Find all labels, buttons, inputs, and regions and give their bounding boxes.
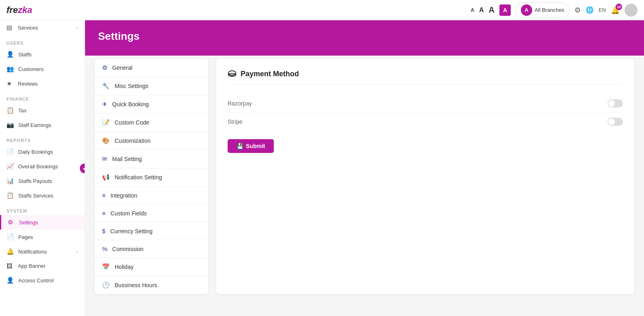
menu-item-custom-fields[interactable]: ≡ Custom Fields	[95, 204, 208, 222]
settings-icon[interactable]: ⚙	[574, 6, 581, 15]
page-title: Settings	[98, 30, 631, 43]
sidebar-label-staffs: Staffs	[18, 52, 32, 58]
notification-setting-icon: 📢	[102, 174, 110, 181]
menu-item-integration[interactable]: ≡ Integration	[95, 187, 208, 204]
menu-item-notification-setting[interactable]: 📢 Notification Setting	[95, 168, 208, 187]
menu-item-quick-booking[interactable]: ✈ Quick Booking	[95, 95, 208, 114]
menu-item-business-hours[interactable]: 🕐 Bussiness Hours	[95, 276, 208, 294]
content-area: Settings ⚙ General 🔧 Misc Settings ✈ Qui…	[85, 20, 644, 316]
services-icon: ▤	[6, 24, 14, 31]
sidebar-item-tax[interactable]: 📋 Tax	[0, 103, 85, 118]
staffs-services-icon: 📋	[6, 192, 14, 199]
payment-method-icon	[228, 69, 237, 80]
menu-item-holiday[interactable]: 📅 Holiday	[95, 258, 208, 276]
menu-label-notification-setting: Notification Setting	[115, 174, 162, 181]
sidebar-item-settings[interactable]: ⚙ Settings	[0, 215, 85, 230]
sidebar-item-customers[interactable]: 👥 Customers	[0, 62, 85, 76]
sidebar-item-staff-earnings[interactable]: 📷 Staff Earnings	[0, 118, 85, 132]
sidebar-label-settings: Settings	[19, 219, 38, 226]
font-large-btn[interactable]: A	[489, 5, 495, 15]
notifications-sidebar-icon: 🔔	[6, 248, 14, 255]
sidebar-item-daily-bookings[interactable]: 📄 Daily Bookings	[0, 144, 85, 159]
header-right: A A A A A All Branches ⚙ 🌐 EN 🔔 10	[471, 2, 638, 18]
menu-item-customization[interactable]: 🎨 Customization	[95, 132, 208, 150]
menu-label-general: General	[112, 64, 132, 71]
razorpay-label: Razorpay	[228, 100, 252, 107]
sidebar-label-pages: Pages	[18, 234, 33, 240]
sidebar-item-services[interactable]: ▤ Services ›	[0, 20, 85, 35]
menu-item-currency-setting[interactable]: $ Currency Setting	[95, 222, 208, 240]
customers-icon: 👥	[6, 65, 14, 73]
font-medium-btn[interactable]: A	[479, 6, 484, 14]
sidebar-item-app-banner[interactable]: 🖼 App Banner	[0, 259, 85, 273]
menu-item-mail-setting[interactable]: ✉ Mail Setting	[95, 150, 208, 168]
submit-button[interactable]: 💾 Submit	[228, 139, 274, 153]
menu-item-misc-settings[interactable]: 🔧 Misc Settings	[95, 77, 208, 95]
pages-icon: 📄	[6, 233, 14, 241]
menu-item-custom-code[interactable]: 📝 Custom Code	[95, 114, 208, 132]
app-banner-icon: 🖼	[6, 262, 14, 269]
sidebar-item-staffs-payouts[interactable]: 📊 Staffs Payouts	[0, 174, 85, 188]
sidebar-item-access-control[interactable]: 👤 Access Control	[0, 273, 85, 288]
font-small-btn[interactable]: A	[471, 7, 474, 13]
notification-bell[interactable]: 🔔 10	[611, 6, 620, 15]
stripe-toggle[interactable]	[608, 118, 623, 126]
staffs-icon: 👤	[6, 51, 14, 58]
business-hours-icon: 🕐	[102, 282, 110, 289]
user-avatar[interactable]	[625, 4, 638, 17]
menu-label-integration: Integration	[111, 192, 137, 199]
sidebar: ◀ ▤ Services › USERS 👤 Staffs 👥 Customer…	[0, 20, 85, 316]
branch-selector[interactable]: A All Branches	[516, 2, 569, 18]
menu-label-customization: Customization	[115, 138, 151, 144]
staff-earnings-icon: 📷	[6, 121, 14, 129]
reviews-icon: ★	[6, 80, 14, 87]
settings-sidebar-icon: ⚙	[8, 219, 15, 226]
menu-label-mail-setting: Mail Setting	[112, 156, 142, 162]
sidebar-label-daily-bookings: Daily Bookings	[18, 149, 53, 155]
font-purple-btn[interactable]: A	[499, 4, 511, 16]
payment-row-stripe: Stripe	[228, 113, 623, 131]
sidebar-label-overall-bookings: Overall Bookings	[18, 163, 58, 170]
branch-label: All Branches	[535, 7, 564, 13]
menu-label-custom-fields: Custom Fields	[111, 210, 147, 217]
menu-item-general[interactable]: ⚙ General	[95, 59, 208, 77]
sidebar-item-overall-bookings[interactable]: 📈 Overall Bookings	[0, 159, 85, 174]
custom-fields-icon: ≡	[102, 210, 106, 217]
globe-icon[interactable]: 🌐	[586, 6, 594, 14]
sidebar-label-app-banner: App Banner	[18, 263, 46, 269]
menu-label-currency-setting: Currency Setting	[110, 228, 152, 234]
sidebar-label-tax: Tax	[18, 107, 26, 114]
tax-icon: 📋	[6, 107, 14, 114]
sidebar-label-access-control: Access Control	[18, 277, 53, 284]
save-icon: 💾	[237, 143, 243, 149]
section-finance: FINANCE	[0, 91, 85, 103]
currency-setting-icon: $	[102, 228, 105, 234]
sidebar-item-staffs[interactable]: 👤 Staffs	[0, 47, 85, 62]
customization-icon: 🎨	[102, 137, 110, 144]
daily-bookings-icon: 📄	[6, 148, 14, 155]
sidebar-item-pages[interactable]: 📄 Pages	[0, 230, 85, 244]
sidebar-item-staffs-services[interactable]: 📋 Staffs Services	[0, 188, 85, 203]
top-header: frezka A A A A A All Branches ⚙ 🌐 EN 🔔 1…	[0, 0, 644, 20]
holiday-icon: 📅	[102, 263, 110, 271]
notification-badge: 10	[616, 4, 622, 10]
menu-item-commission[interactable]: % Commission	[95, 240, 208, 258]
menu-label-business-hours: Bussiness Hours	[115, 282, 157, 288]
logo: frezka	[6, 5, 32, 15]
sidebar-label-notifications: Notifications	[18, 249, 47, 255]
settings-body: ⚙ General 🔧 Misc Settings ✈ Quick Bookin…	[85, 51, 644, 302]
access-control-icon: 👤	[6, 277, 14, 284]
razorpay-toggle[interactable]	[608, 99, 623, 107]
sidebar-item-reviews[interactable]: ★ Reviews	[0, 76, 85, 91]
section-system: SYSTEM	[0, 203, 85, 215]
staffs-payouts-icon: 📊	[6, 177, 14, 185]
section-users: USERS	[0, 35, 85, 47]
sidebar-item-notifications[interactable]: 🔔 Notifications ›	[0, 244, 85, 259]
sidebar-label-staff-earnings: Staff Earnings	[18, 122, 51, 128]
sidebar-label-staffs-payouts: Staffs Payouts	[18, 178, 52, 184]
lang-label[interactable]: EN	[599, 7, 606, 13]
custom-code-icon: 📝	[102, 119, 110, 126]
payment-method-title-text: Payment Method	[241, 70, 299, 78]
integration-icon: ≡	[102, 192, 106, 199]
mail-setting-icon: ✉	[102, 155, 107, 163]
